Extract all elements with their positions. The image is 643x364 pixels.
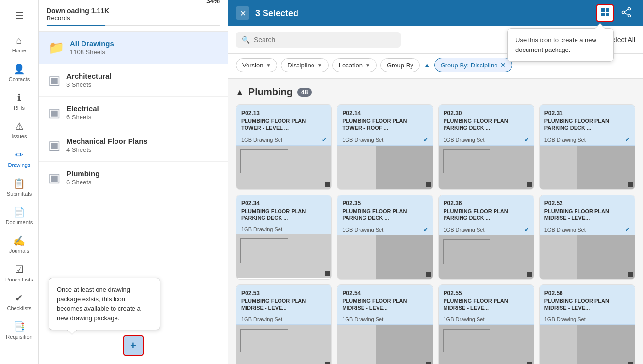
drawing-card[interactable]: P02.13 PLUMBING FLOOR PLAN TOWER - LEVEL… <box>236 104 332 190</box>
card-preview <box>439 235 534 279</box>
sidebar-item-documents[interactable]: 📄 Documents <box>2 202 36 229</box>
close-selection-button[interactable]: ✕ <box>236 6 249 20</box>
card-header: P02.53 PLUMBING FLOOR PLAN MIDRISE - LEV… <box>236 285 331 314</box>
add-drawing-package-button[interactable]: + <box>123 335 144 356</box>
sidebar-item-requisition[interactable]: 📑 Requisition <box>2 317 36 344</box>
drawing-card[interactable]: P02.54 PLUMBING FLOOR PLAN MIDRISE - LEV… <box>337 284 433 364</box>
folder-item-elec[interactable]: ▣ Electrical 6 Sheets <box>39 97 228 129</box>
drawing-card[interactable]: P02.34 PLUMBING FLOOR PLAN PARKING DECK … <box>236 195 332 280</box>
sidebar-item-drawings[interactable]: ✏ Drawings <box>2 145 36 172</box>
search-box[interactable]: 🔍 <box>236 32 401 48</box>
card-set-label: 1GB Drawing Set <box>544 316 586 322</box>
card-header: P02.55 PLUMBING FLOOR PLAN MIDRISE - LEV… <box>439 285 534 314</box>
sidebar-item-punch-lists[interactable]: ☑ Punch Lists <box>2 260 36 286</box>
sidebar-item-contacts[interactable]: 👤 Contacts <box>2 59 36 86</box>
sidebar-item-checklists[interactable]: ✔ Checklists <box>2 288 36 315</box>
location-label: Location <box>339 62 363 69</box>
card-title: PLUMBING FLOOR PLAN PARKING DECK ... <box>342 208 428 222</box>
selected-count-label: 3 Selected <box>255 8 591 18</box>
checklists-icon: ✔ <box>15 292 23 304</box>
drawing-card[interactable]: P02.35 PLUMBING FLOOR PLAN PARKING DECK … <box>337 195 433 280</box>
group-by-filter[interactable]: Group By <box>380 58 420 72</box>
card-meta: 1GB Drawing Set ✔ <box>439 224 534 235</box>
drawing-card[interactable]: P02.14 PLUMBING FLOOR PLAN TOWER - ROOF … <box>337 104 433 190</box>
rfis-icon: ℹ <box>17 92 21 103</box>
sidebar-label-submittals: Submittals <box>7 191 32 197</box>
sidebar-item-issues[interactable]: ⚠ Issues <box>2 116 36 143</box>
card-code: P02.53 <box>241 290 327 297</box>
sidebar-item-home[interactable]: ⌂ Home <box>2 31 36 57</box>
verified-icon: ✔ <box>524 226 529 233</box>
share-button[interactable] <box>618 4 635 22</box>
card-set-label: 1GB Drawing Set <box>444 137 485 143</box>
version-filter[interactable]: Version ▼ <box>236 58 277 72</box>
folder-item-all[interactable]: 📁 All Drawings 1108 Sheets <box>39 32 228 64</box>
folder-icon-arch: ▣ <box>49 73 61 88</box>
sidebar-label-rfis: RFIs <box>14 105 25 111</box>
documents-icon: 📄 <box>13 206 25 218</box>
folder-sheets-mech: 4 Sheets <box>66 146 218 153</box>
drawing-card[interactable]: P02.31 PLUMBING FLOOR PLAN PARKING DECK … <box>539 104 635 190</box>
folder-info-arch: Architectural 3 Sheets <box>66 72 218 88</box>
drawing-card[interactable]: P02.55 PLUMBING FLOOR PLAN MIDRISE - LEV… <box>438 284 534 364</box>
drawing-card[interactable]: P02.53 PLUMBING FLOOR PLAN MIDRISE - LEV… <box>236 284 332 364</box>
card-code: P02.36 <box>444 200 529 207</box>
svg-rect-1 <box>606 8 609 12</box>
drawing-card[interactable]: P02.56 PLUMBING FLOOR PLAN MIDRISE - LEV… <box>539 284 635 364</box>
card-header: P02.13 PLUMBING FLOOR PLAN TOWER - LEVEL… <box>236 105 331 134</box>
cards-grid: P02.13 PLUMBING FLOOR PLAN TOWER - LEVEL… <box>236 104 635 364</box>
section-header: ▲ Plumbing 48 <box>236 86 635 98</box>
location-filter[interactable]: Location ▼ <box>332 58 377 72</box>
section-collapse-button[interactable]: ▲ <box>236 88 244 97</box>
svg-point-4 <box>628 7 631 10</box>
card-code: P02.54 <box>342 290 428 297</box>
card-set-label: 1GB Drawing Set <box>444 227 485 232</box>
folder-item-arch[interactable]: ▣ Architectural 3 Sheets <box>39 64 228 97</box>
card-title: PLUMBING FLOOR PLAN MIDRISE - LEVE... <box>241 298 327 312</box>
drawing-card[interactable]: P02.30 PLUMBING FLOOR PLAN PARKING DECK … <box>438 104 534 190</box>
version-label: Version <box>242 62 263 69</box>
download-bar: Downloading 1.11K Records 34% <box>39 0 228 32</box>
folder-icon-plumb: ▣ <box>49 170 61 185</box>
card-title: PLUMBING FLOOR PLAN PARKING DECK ... <box>444 208 529 222</box>
card-code: P02.34 <box>241 200 327 207</box>
svg-line-7 <box>624 9 628 12</box>
progress-bar <box>47 25 220 26</box>
discipline-filter[interactable]: Discipline ▼ <box>281 58 329 72</box>
sidebar-label-documents: Documents <box>6 219 33 225</box>
card-preview <box>337 325 432 364</box>
drawing-card[interactable]: P02.52 PLUMBING FLOOR PLAN MIDRISE - LEV… <box>539 195 635 280</box>
svg-rect-2 <box>601 13 605 16</box>
sort-up-arrow-icon[interactable]: ▲ <box>424 61 430 69</box>
active-group-chip[interactable]: Group By: Discipline ✕ <box>434 58 513 72</box>
card-meta: 1GB Drawing Set <box>236 314 331 325</box>
left-panel: Downloading 1.11K Records 34% 📁 All Draw… <box>39 0 228 364</box>
card-set-label: 1GB Drawing Set <box>241 316 282 322</box>
folder-info-all: All Drawings 1108 Sheets <box>70 39 218 56</box>
sidebar-item-journals[interactable]: ✍ Journals <box>2 231 36 258</box>
search-input[interactable] <box>254 36 395 44</box>
svg-rect-0 <box>601 8 605 12</box>
card-set-label: 1GB Drawing Set <box>241 137 282 143</box>
folder-info-elec: Electrical 6 Sheets <box>66 104 218 121</box>
create-package-button[interactable] <box>596 4 614 22</box>
search-icon: 🔍 <box>242 36 250 44</box>
svg-point-6 <box>628 14 631 17</box>
card-meta: 1GB Drawing Set ✔ <box>236 134 331 146</box>
card-preview <box>540 235 635 279</box>
card-preview <box>236 146 331 189</box>
drawing-card[interactable]: P02.36 PLUMBING FLOOR PLAN PARKING DECK … <box>438 195 534 280</box>
card-meta: 1GB Drawing Set <box>236 224 331 234</box>
hamburger-icon[interactable]: ☰ <box>11 6 28 25</box>
sidebar-label-requisition: Requisition <box>6 334 32 340</box>
folder-item-mech[interactable]: ▣ Mechanical Floor Plans 4 Sheets <box>39 129 228 162</box>
sidebar-item-submittals[interactable]: 📋 Submittals <box>2 174 36 200</box>
folder-icon-all: 📁 <box>49 40 64 55</box>
remove-filter-button[interactable]: ✕ <box>500 61 506 69</box>
close-icon: ✕ <box>240 9 246 18</box>
card-meta: 1GB Drawing Set <box>337 314 432 325</box>
card-meta: 1GB Drawing Set <box>540 314 635 325</box>
sidebar-item-rfis[interactable]: ℹ RFIs <box>2 88 36 115</box>
folder-item-plumb[interactable]: ▣ Plumbing 6 Sheets <box>39 162 228 194</box>
card-set-label: 1GB Drawing Set <box>544 137 586 143</box>
